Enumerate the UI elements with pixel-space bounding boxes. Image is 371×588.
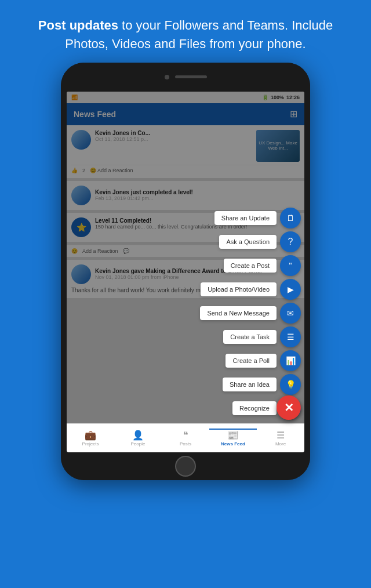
fab-label-share-update: Share an Update [214,211,277,225]
fab-btn-share-idea[interactable]: 💡 [280,374,301,395]
fab-btn-send-message[interactable]: ✉ [280,303,301,324]
phone-camera [165,75,169,79]
posts-icon: ❝ [183,430,188,441]
fab-label-recognize: Recognize [232,401,277,415]
fab-close-fixed[interactable]: ✕ [277,395,301,420]
newsfeed-icon: 📰 [227,430,239,441]
fab-item-share-update[interactable]: Share an Update 🗒 [214,208,301,228]
fab-btn-create-task[interactable]: ☰ [280,326,301,347]
fab-item-upload-photo[interactable]: Upload a Photo/Video ▶ [201,279,301,300]
projects-icon: 💼 [85,430,96,441]
nav-item-posts[interactable]: ❝ Posts [162,430,209,447]
posts-label: Posts [180,441,191,447]
fab-btn-create-poll[interactable]: 📊 [280,350,301,371]
fab-item-create-poll[interactable]: Create a Poll 📊 [225,350,301,371]
nav-item-people[interactable]: 👤 People [114,430,162,447]
fab-item-create-post[interactable]: Create a Post " [224,255,301,276]
bottom-nav: 💼 Projects 👤 People ❝ Posts 📰 News Feed … [67,423,304,452]
fab-label-create-post: Create a Post [224,259,277,273]
fab-label-ask-question: Ask a Question [219,235,277,249]
fab-btn-ask-question[interactable]: ? [280,231,301,252]
phone-frame: 📶 🔋 100% 12:26 News Feed ⊞ Kevin Jones i… [61,63,310,480]
phone-screen: 📶 🔋 100% 12:26 News Feed ⊞ Kevin Jones i… [67,92,304,452]
phone-bottom-bar [61,452,310,480]
fab-btn-create-post[interactable]: " [280,255,301,276]
header-bold: Post updates [38,18,118,32]
fab-btn-share-update[interactable]: 🗒 [280,208,301,228]
fab-label-send-message: Send a New Message [200,306,277,320]
more-label: More [275,441,286,447]
phone-top-bar [61,63,310,92]
people-icon: 👤 [132,430,144,441]
nav-item-projects[interactable]: 💼 Projects [67,430,114,447]
fab-menu: Share an Update 🗒 Ask a Question ? Creat… [200,208,301,419]
fab-label-create-task: Create a Task [223,330,277,344]
fab-item-ask-question[interactable]: Ask a Question ? [219,231,301,252]
nav-item-newsfeed[interactable]: 📰 News Feed [209,429,257,447]
fab-btn-upload-photo[interactable]: ▶ [280,279,301,300]
more-icon: ☰ [277,430,285,441]
nav-item-more[interactable]: ☰ More [257,430,304,447]
fab-label-share-idea: Share an Idea [223,378,277,391]
header-section: Post updates to your Followers and Teams… [0,0,371,63]
fab-label-upload-photo: Upload a Photo/Video [201,282,277,296]
projects-label: Projects [82,441,99,447]
fab-item-share-idea[interactable]: Share an Idea 💡 [223,374,301,395]
people-label: People [131,441,146,447]
home-button[interactable] [175,456,196,477]
phone-speaker [175,75,207,78]
fab-item-create-task[interactable]: Create a Task ☰ [223,326,301,347]
newsfeed-label: News Feed [221,441,245,447]
fab-label-create-poll: Create a Poll [225,354,277,368]
fab-item-send-message[interactable]: Send a New Message ✉ [200,303,301,324]
